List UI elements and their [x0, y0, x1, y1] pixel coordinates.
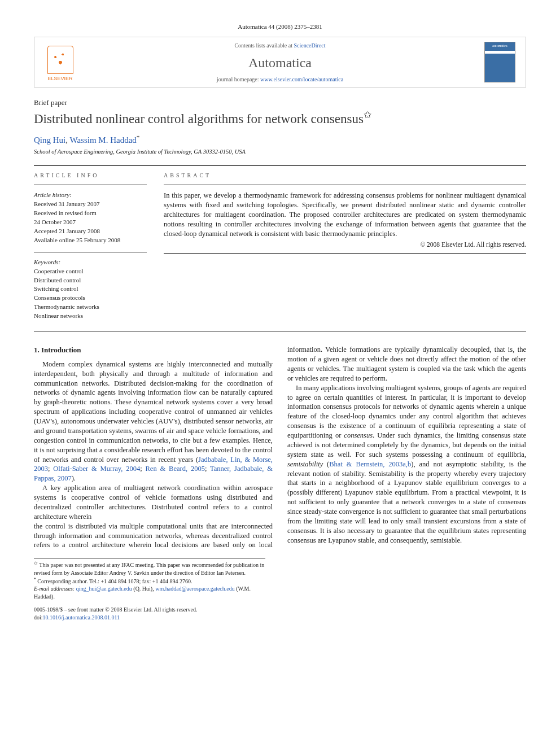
body-paragraph: Modern complex dynamical systems are hig…	[34, 360, 273, 483]
emphasis: semistability	[287, 460, 323, 468]
doi-link[interactable]: 10.1016/j.automatica.2008.01.011	[43, 614, 120, 621]
keyword: Switching control	[34, 285, 147, 294]
homepage-link[interactable]: www.elsevier.com/locate/automatica	[260, 76, 343, 82]
email-link[interactable]: wm.haddad@aerospace.gatech.edu	[155, 586, 235, 592]
footnote-text: This paper was not presented at any IFAC…	[34, 562, 264, 576]
author-link[interactable]: Wassim M. Haddad	[69, 136, 136, 145]
keyword: Distributed control	[34, 276, 147, 285]
history-item: Received in revised form	[34, 209, 147, 218]
asterisk-icon: *	[34, 577, 36, 582]
footnote-corr: * Corresponding author. Tel.: +1 404 894…	[34, 577, 265, 586]
article-info-label: ARTICLE INFO	[34, 172, 147, 180]
publisher-logo-cell: ELSEVIER	[34, 37, 86, 87]
rule	[164, 253, 526, 254]
keyword: Nonlinear networks	[34, 312, 147, 321]
homepage-prefix: journal homepage:	[217, 76, 260, 82]
footnotes: ✩ This paper was not presented at any IF…	[34, 558, 265, 600]
keywords-block: Keywords: Cooperative control Distribute…	[34, 258, 147, 321]
body-text: Modern complex dynamical systems are hig…	[34, 360, 273, 464]
body-columns: 1. Introduction Modern complex dynamical…	[34, 345, 526, 550]
journal-name: Automatica	[86, 54, 474, 72]
banner-center: Contents lists available at ScienceDirec…	[86, 37, 474, 87]
body-text: ).	[72, 474, 76, 482]
body-text: ), and not asymptotic stability, is the …	[287, 460, 526, 544]
section-heading: 1. Introduction	[34, 345, 273, 355]
abstract-text: In this paper, we develop a thermodynami…	[164, 191, 526, 238]
keyword: Cooperative control	[34, 267, 147, 276]
citation-link[interactable]: Bhat & Bernstein, 2003a,b	[329, 460, 411, 468]
doi-label: doi:	[34, 614, 43, 621]
abstract-column: ABSTRACT In this paper, we develop a the…	[164, 172, 526, 328]
history-item: Received 31 January 2007	[34, 200, 147, 209]
rule	[164, 185, 526, 185]
keyword: Consensus protocols	[34, 294, 147, 303]
abstract-label: ABSTRACT	[164, 172, 526, 180]
elsevier-tree-icon	[47, 46, 73, 74]
rule	[34, 185, 147, 185]
cover-cell: automatica	[474, 37, 526, 87]
doi-line: doi:10.1016/j.automatica.2008.01.011	[34, 614, 526, 622]
email-label: E-mail addresses:	[34, 586, 75, 592]
citation-link[interactable]: Olfati-Saber & Murray, 2004	[53, 465, 140, 473]
sciencedirect-link[interactable]: ScienceDirect	[294, 42, 325, 49]
footer: 0005-1098/$ – see front matter © 2008 El…	[34, 606, 526, 621]
front-matter-line: 0005-1098/$ – see front matter © 2008 El…	[34, 606, 526, 614]
keyword: Thermodynamic networks	[34, 303, 147, 312]
history-item: Available online 25 February 2008	[34, 236, 147, 245]
star-icon: ✩	[34, 561, 38, 566]
history-label: Article history:	[34, 191, 147, 200]
title-footnote-marker: ✩	[364, 110, 371, 120]
elsevier-logo: ELSEVIER	[43, 42, 77, 82]
author-link[interactable]: Qing Hui	[34, 136, 65, 145]
title-text: Distributed nonlinear control algorithms…	[34, 112, 364, 126]
copyright: © 2008 Elsevier Ltd. All rights reserved…	[164, 241, 526, 250]
keywords-label: Keywords:	[34, 258, 147, 267]
paper-type: Brief paper	[34, 98, 526, 108]
corr-marker: *	[137, 134, 140, 141]
body-paragraph: In many applications involving multiagen…	[287, 383, 526, 545]
contents-line: Contents lists available at ScienceDirec…	[86, 42, 474, 50]
paper-title: Distributed nonlinear control algorithms…	[34, 108, 526, 128]
rule	[34, 331, 526, 331]
email-link[interactable]: qing_hui@ae.gatech.edu	[76, 586, 132, 592]
publisher-name: ELSEVIER	[47, 75, 72, 82]
homepage-line: journal homepage: www.elsevier.com/locat…	[86, 76, 474, 84]
article-info-column: ARTICLE INFO Article history: Received 3…	[34, 172, 147, 328]
body-paragraph: A key application area of multiagent net…	[34, 483, 273, 522]
footnote-text: Corresponding author. Tel.: +1 404 894 1…	[37, 578, 192, 584]
footnote-emails: E-mail addresses: qing_hui@ae.gatech.edu…	[34, 585, 265, 600]
info-abstract-row: ARTICLE INFO Article history: Received 3…	[34, 172, 526, 328]
affiliation: School of Aerospace Engineering, Georgia…	[34, 148, 526, 156]
journal-banner: ELSEVIER Contents lists available at Sci…	[34, 37, 526, 88]
emphasis: consensus	[344, 431, 373, 439]
citation-link[interactable]: Ren & Beard, 2005	[146, 465, 205, 473]
rule	[34, 165, 526, 166]
rule	[34, 252, 147, 252]
email-who: (Q. Hui),	[133, 586, 154, 592]
history-item: 24 October 2007	[34, 218, 147, 227]
article-history: Article history: Received 31 January 200…	[34, 191, 147, 245]
authors: Qing Hui, Wassim M. Haddad*	[34, 133, 526, 146]
history-item: Accepted 21 January 2008	[34, 227, 147, 236]
footnote-star: ✩ This paper was not presented at any IF…	[34, 561, 265, 576]
journal-cover-thumb: automatica	[484, 42, 515, 82]
header-citation: Automatica 44 (2008) 2375–2381	[34, 23, 526, 31]
contents-prefix: Contents lists available at	[234, 42, 294, 49]
